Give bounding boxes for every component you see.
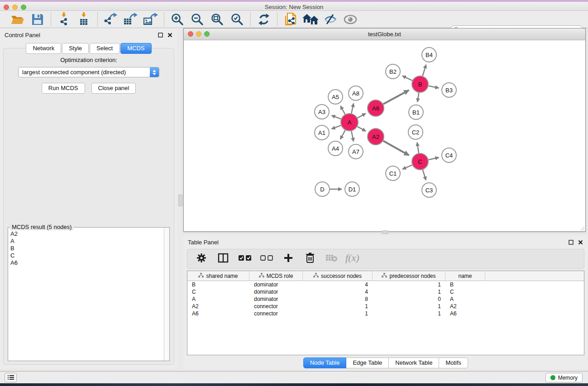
close-panel-button[interactable]: Close panel	[91, 83, 136, 94]
delete-table-button[interactable]	[326, 253, 338, 265]
graph-node-A8[interactable]: A8	[349, 86, 363, 100]
zoom-out-button[interactable]	[190, 12, 205, 27]
deselect-all-button[interactable]	[261, 253, 272, 265]
column-header-name[interactable]: name	[445, 271, 485, 281]
delete-column-button[interactable]	[304, 253, 316, 265]
export-image-button[interactable]	[143, 12, 158, 27]
graph-node-A7[interactable]: A7	[349, 144, 363, 159]
node-table[interactable]: shared nameMCDS rolesuccessor nodesprede…	[187, 271, 584, 355]
graph-node-A2[interactable]: A2	[368, 129, 384, 145]
table-row[interactable]: A2connector11A2	[187, 303, 584, 310]
column-header-MCDS-role[interactable]: MCDS role	[249, 271, 303, 281]
graph-node-C4[interactable]: C4	[442, 148, 456, 162]
graph-node-D[interactable]: D	[315, 182, 330, 196]
column-header-shared-name[interactable]: shared name	[187, 271, 249, 281]
table-row[interactable]: Bdominator41B	[187, 281, 584, 288]
float-table-panel-icon[interactable]	[568, 239, 574, 245]
graph-node-A6[interactable]: A6	[368, 100, 384, 116]
edge-B-B1[interactable]	[417, 93, 419, 102]
hide-panel-button[interactable]	[323, 12, 338, 27]
result-list-item[interactable]: A6	[9, 259, 163, 267]
save-button[interactable]	[30, 12, 45, 27]
table-row[interactable]: Adominator80A	[187, 295, 584, 303]
edge-A-A4[interactable]	[340, 130, 345, 139]
result-list-item[interactable]: A	[9, 238, 163, 245]
zoom-selected-button[interactable]	[229, 12, 245, 27]
tab-network-table[interactable]: Network Table	[389, 357, 439, 368]
edge-A2-C[interactable]	[383, 141, 409, 155]
edge-A-A2[interactable]	[358, 127, 366, 131]
network-from-file-button[interactable]	[283, 12, 298, 27]
graph-node-A3[interactable]: A3	[315, 105, 329, 119]
graph-node-B3[interactable]: B3	[442, 83, 456, 97]
edge-C-C2[interactable]	[417, 143, 419, 153]
tab-mcds[interactable]: MCDS	[120, 43, 151, 54]
edge-B-B4[interactable]	[423, 65, 426, 76]
network-canvas[interactable]: AA1A2A3A4A5A6A7A8BB1B2B3B4CC1C2C3C4DD1	[184, 40, 585, 231]
graph-node-B4[interactable]: B4	[422, 48, 436, 62]
tab-edge-table[interactable]: Edge Table	[346, 357, 389, 368]
edge-A-A3[interactable]	[332, 115, 341, 119]
close-table-panel-icon[interactable]	[578, 239, 583, 245]
tab-motifs[interactable]: Motifs	[439, 357, 468, 368]
edge-A-A8[interactable]	[351, 103, 354, 113]
network-view-window[interactable]: testGlobe.txt AA1A2A3A4A5A6A7A8BB1B2B3B4…	[183, 28, 586, 232]
edge-B-B2[interactable]	[402, 76, 412, 81]
edge-A-A1[interactable]	[332, 125, 341, 129]
edge-C-C3[interactable]	[423, 170, 426, 180]
export-network-button[interactable]	[103, 12, 119, 27]
import-table-button[interactable]	[76, 12, 92, 27]
graph-node-A1[interactable]: A1	[315, 125, 329, 140]
vertical-splitter-handle[interactable]	[178, 195, 182, 206]
columns-button[interactable]	[217, 253, 229, 265]
criterion-dropdown[interactable]: largest connected component (directed)	[18, 67, 159, 77]
function-button[interactable]: f(x)	[348, 253, 359, 265]
graph-node-B2[interactable]: B2	[386, 64, 400, 79]
home-button[interactable]	[303, 12, 318, 27]
result-list-item[interactable]: C	[9, 252, 163, 259]
graph-node-C[interactable]: C	[412, 153, 428, 170]
zoom-in-button[interactable]	[170, 12, 185, 27]
edge-A6-B[interactable]	[383, 90, 409, 104]
network-window-titlebar[interactable]: testGlobe.txt	[184, 29, 585, 40]
result-list-scrollbar[interactable]	[164, 228, 169, 361]
resize-grip-icon[interactable]	[579, 225, 585, 231]
gear-button[interactable]	[196, 253, 207, 265]
graph-node-A[interactable]: A	[341, 114, 358, 131]
graph-node-A5[interactable]: A5	[328, 90, 343, 104]
eye-button[interactable]	[343, 12, 358, 27]
add-column-button[interactable]	[282, 253, 294, 265]
edge-A-A6[interactable]	[358, 114, 366, 118]
import-network-button[interactable]	[57, 12, 72, 27]
task-history-button[interactable]	[5, 373, 17, 382]
graph-node-A4[interactable]: A4	[328, 141, 343, 156]
edge-C-C4[interactable]	[429, 157, 439, 160]
column-header-successor-nodes[interactable]: successor nodes	[303, 271, 373, 281]
graph-node-C1[interactable]: C1	[386, 166, 400, 181]
select-all-button[interactable]	[239, 253, 251, 265]
zoom-fit-button[interactable]	[210, 12, 225, 27]
edge-A-A7[interactable]	[351, 131, 354, 142]
graph-node-B[interactable]: B	[412, 76, 428, 92]
export-table-button[interactable]	[123, 12, 139, 27]
open-folder-button[interactable]	[10, 12, 25, 27]
float-panel-icon[interactable]	[158, 32, 163, 38]
refresh-button[interactable]	[256, 12, 272, 27]
tab-style[interactable]: Style	[62, 43, 89, 54]
tab-node-table[interactable]: Node Table	[303, 357, 347, 368]
close-panel-icon[interactable]	[167, 32, 173, 38]
result-list-item[interactable]: B	[9, 245, 163, 252]
result-list-item[interactable]: A2	[9, 230, 163, 238]
edge-B-B3[interactable]	[429, 86, 439, 88]
tab-network[interactable]: Network	[26, 43, 61, 54]
graph-node-B1[interactable]: B1	[409, 105, 423, 119]
graph-node-C2[interactable]: C2	[408, 125, 423, 139]
graph-node-C3[interactable]: C3	[422, 183, 436, 197]
horizontal-splitter-handle[interactable]	[382, 230, 388, 234]
mcds-result-list[interactable]: A2ABCA6	[9, 230, 163, 360]
column-header-predecessor-nodes[interactable]: predecessor nodes	[373, 271, 445, 281]
memory-button[interactable]: Memory	[545, 373, 583, 382]
edge-C-C1[interactable]	[402, 165, 412, 169]
edge-A-A5[interactable]	[340, 106, 345, 114]
table-row[interactable]: Cdominator41C	[187, 288, 584, 295]
